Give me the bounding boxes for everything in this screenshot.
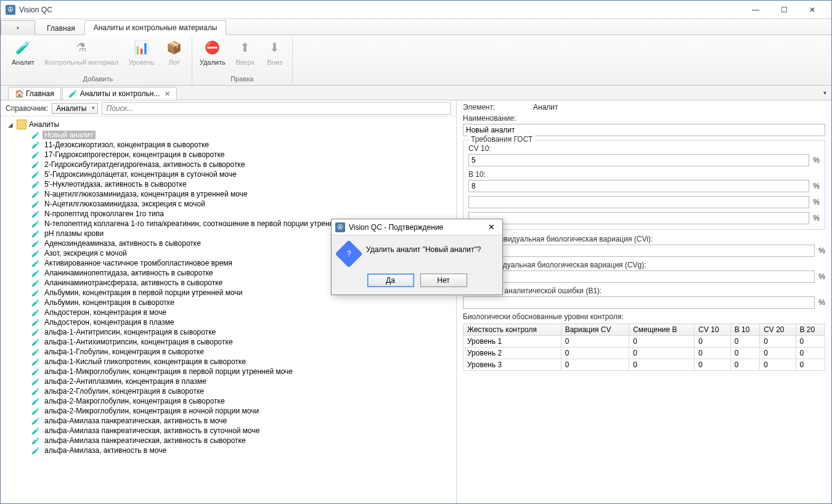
dialog-title: Vision QC - Подтверждение xyxy=(349,223,443,232)
question-icon: ? xyxy=(335,240,362,267)
confirm-dialog: ⦿ Vision QC - Подтверждение ✕ ? Удалить … xyxy=(331,219,503,295)
dialog-app-icon: ⦿ xyxy=(335,222,345,232)
modal-overlay: ⦿ Vision QC - Подтверждение ✕ ? Удалить … xyxy=(1,1,831,503)
dialog-no-button[interactable]: Нет xyxy=(420,274,467,287)
dialog-yes-button[interactable]: Да xyxy=(367,274,414,287)
dialog-close-button[interactable]: ✕ xyxy=(484,222,499,232)
dialog-titlebar: ⦿ Vision QC - Подтверждение ✕ xyxy=(332,219,502,235)
dialog-message: Удалить аналит "Новый аналит"? xyxy=(366,244,495,254)
